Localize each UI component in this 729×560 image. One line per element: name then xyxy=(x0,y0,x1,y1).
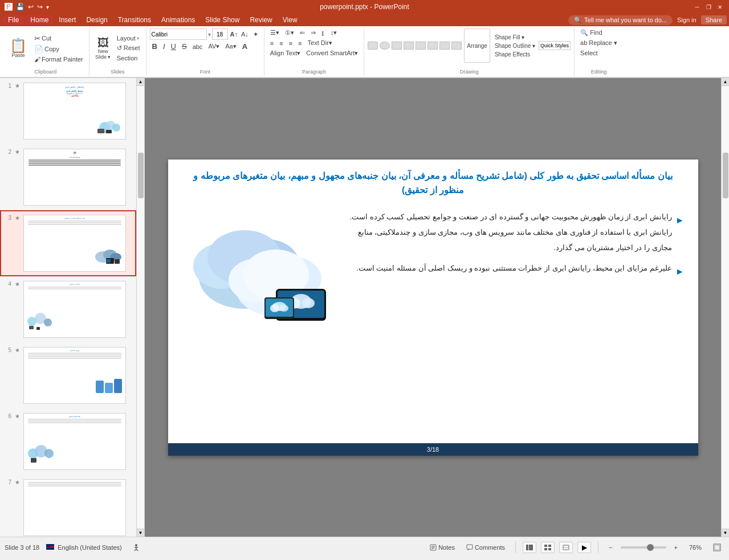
notes-button[interactable]: Notes xyxy=(426,542,458,553)
slide-item-7[interactable]: 7 ★ xyxy=(0,475,136,537)
numbering-button[interactable]: ①▾ xyxy=(283,28,296,37)
underline-button[interactable]: U xyxy=(169,42,178,51)
shape-outline-button[interactable]: Shape Outline ▾ xyxy=(492,42,537,50)
reset-button[interactable]: ↺ Reset xyxy=(115,44,142,52)
convert-smartart-button[interactable]: Convert SmartArt▾ xyxy=(304,49,360,58)
slide-star-7: ★ xyxy=(15,479,20,485)
increase-indent-button[interactable]: ⇒ xyxy=(308,28,318,37)
font-size-input[interactable] xyxy=(212,28,228,40)
shape-5[interactable] xyxy=(439,42,450,50)
share-button[interactable]: Share xyxy=(701,15,727,24)
tell-me-box[interactable]: 🔍 Tell me what you want to do... xyxy=(568,15,673,25)
zoom-slider[interactable] xyxy=(621,546,666,549)
shape-ellipse[interactable] xyxy=(380,42,390,50)
font-name-input[interactable] xyxy=(150,28,207,40)
bold-button[interactable]: B xyxy=(150,42,160,51)
slide-item-6[interactable]: 6 ★ یافته‌های تحقیق xyxy=(0,408,136,475)
slide-item-1[interactable]: 1 ★ زبانه‌های رایانش ابری محیط رایانش اب… xyxy=(0,78,136,144)
menu-view[interactable]: View xyxy=(278,15,302,25)
shape-2[interactable] xyxy=(404,42,414,50)
section-button[interactable]: Section xyxy=(115,54,142,62)
char-spacing-button[interactable]: AV▾ xyxy=(206,42,222,51)
zoom-level[interactable]: 76% xyxy=(686,542,705,553)
zoom-out-button[interactable]: − xyxy=(605,542,616,553)
replace-button[interactable]: ab Replace ▾ xyxy=(578,39,620,47)
arrange-button[interactable]: Arrange xyxy=(464,28,490,63)
columns-button[interactable]: ⫿ xyxy=(319,29,327,37)
find-button[interactable]: 🔍 Find xyxy=(578,28,620,37)
clear-format-button[interactable]: ✦ xyxy=(251,30,260,39)
quick-access-redo[interactable]: ↪ xyxy=(37,3,43,11)
quick-styles-button[interactable]: Quick Styles xyxy=(539,41,571,50)
zoom-thumb[interactable] xyxy=(647,544,654,551)
signin-button[interactable]: Sign in xyxy=(677,17,697,23)
quick-access-dropdown[interactable]: ▾ xyxy=(46,4,49,10)
menu-file[interactable]: File xyxy=(2,15,25,25)
scroll-up-left[interactable]: ▲ xyxy=(137,78,144,86)
scroll-thumb-right[interactable] xyxy=(723,153,728,198)
slide-canvas[interactable]: بیان مسأله اساسی تحقیق به طور کلی (شامل … xyxy=(168,160,698,456)
slide-item-2[interactable]: 2 ★ ﷽ عنوان پایان‌نامه xyxy=(0,144,136,210)
menu-design[interactable]: Design xyxy=(82,15,112,25)
scroll-thumb-left[interactable] xyxy=(138,153,144,198)
minimize-button[interactable]: ─ xyxy=(693,2,702,11)
scroll-down-right[interactable]: ▼ xyxy=(722,529,729,537)
shape-3[interactable] xyxy=(416,42,426,50)
slide-number-1: 1 xyxy=(3,83,11,89)
copy-button[interactable]: 📄 Copy xyxy=(32,44,85,54)
shape-effects-button[interactable]: Shape Effects xyxy=(492,51,537,58)
fit-window-button[interactable] xyxy=(710,542,724,553)
slide-item-3[interactable]: 3 ★ بیان مسأله اساسی تحقیق xyxy=(0,210,136,276)
menu-review[interactable]: Review xyxy=(245,15,276,25)
shape-4[interactable] xyxy=(427,42,438,50)
font-color-button[interactable]: A xyxy=(240,42,251,51)
justify-button[interactable]: ≡ xyxy=(296,39,304,47)
new-slide-button[interactable]: 🖼 NewSlide ▾ xyxy=(93,36,113,61)
svg-rect-4 xyxy=(106,130,112,133)
menu-home[interactable]: Home xyxy=(26,15,53,25)
bullets-button[interactable]: ☰▾ xyxy=(268,28,282,37)
align-right-button[interactable]: ≡ xyxy=(287,39,295,47)
menu-animations[interactable]: Animations xyxy=(157,15,199,25)
shadow-button[interactable]: abc xyxy=(190,43,205,51)
slide-item-4[interactable]: 4 ★ ادبیات تحقیق xyxy=(0,276,136,342)
svg-rect-59 xyxy=(544,548,547,550)
shape-1[interactable] xyxy=(392,42,402,50)
text-direction-button[interactable]: Text Dir▾ xyxy=(306,39,335,47)
align-text-button[interactable]: Align Text▾ xyxy=(268,49,303,58)
quick-access-undo[interactable]: ↩ xyxy=(28,3,34,11)
increase-font-button[interactable]: A↑ xyxy=(229,31,239,38)
quick-access-save[interactable]: 💾 xyxy=(16,3,25,11)
decrease-indent-button[interactable]: ⇐ xyxy=(298,28,307,37)
format-painter-button[interactable]: 🖌 Format Painter xyxy=(32,55,85,63)
font-size-dropdown[interactable]: Aa▾ xyxy=(223,42,238,51)
menu-slideshow[interactable]: Slide Show xyxy=(201,15,244,25)
close-button[interactable]: ✕ xyxy=(715,2,724,11)
align-center-button[interactable]: ≡ xyxy=(277,39,285,47)
shape-6[interactable] xyxy=(451,42,462,50)
slide-sorter-button[interactable] xyxy=(541,542,555,553)
slide-item-5[interactable]: 5 ★ روش تحقیق xyxy=(0,342,136,408)
strikethrough-button[interactable]: S xyxy=(180,42,189,51)
menu-insert[interactable]: Insert xyxy=(54,15,80,25)
layout-button[interactable]: Layout ▾ xyxy=(115,34,142,42)
scroll-up-right[interactable]: ▲ xyxy=(722,78,729,86)
reading-view-button[interactable] xyxy=(559,542,573,553)
italic-button[interactable]: I xyxy=(161,42,168,51)
normal-view-button[interactable] xyxy=(523,542,536,553)
align-left-button[interactable]: ≡ xyxy=(268,39,276,47)
select-button[interactable]: Select xyxy=(578,49,620,57)
line-spacing-button[interactable]: ↕▾ xyxy=(328,28,340,37)
decrease-font-button[interactable]: A↓ xyxy=(240,31,250,38)
shape-rect[interactable] xyxy=(368,42,378,50)
restore-button[interactable]: ❐ xyxy=(704,2,713,11)
scroll-down-left[interactable]: ▼ xyxy=(137,529,144,537)
paste-button[interactable]: 📋 Paste xyxy=(6,38,31,59)
menu-transitions[interactable]: Transitions xyxy=(113,15,156,25)
accessibility-button[interactable] xyxy=(129,542,144,553)
slideshow-view-button[interactable]: ▶ xyxy=(577,542,591,553)
comments-button[interactable]: Comments xyxy=(463,542,508,553)
zoom-in-button[interactable]: + xyxy=(671,542,681,553)
cut-button[interactable]: ✂ Cut xyxy=(32,34,85,43)
shape-fill-button[interactable]: Shape Fill ▾ xyxy=(492,34,537,41)
